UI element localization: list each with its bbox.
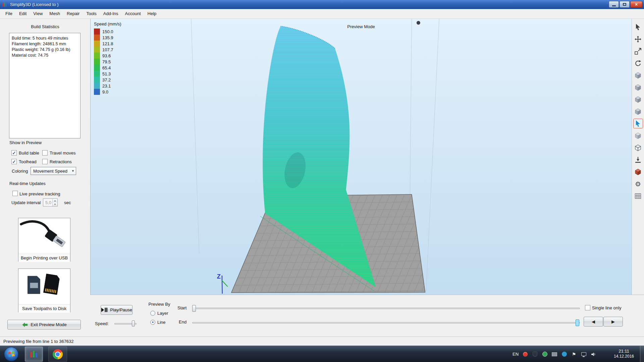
toolhead-checkbox[interactable]: ✓: [11, 159, 17, 164]
wireframe-cube-icon[interactable]: [633, 143, 643, 153]
menu-tools[interactable]: Tools: [83, 9, 100, 18]
chevron-down-icon: ▼: [71, 169, 74, 173]
coloring-value: Movement Speed: [33, 169, 67, 174]
tray-app-blue-icon[interactable]: [561, 351, 567, 357]
step-backward-button[interactable]: ◀: [584, 317, 603, 326]
maximize-button[interactable]: [620, 1, 630, 8]
windows-logo-icon: [7, 350, 15, 358]
build-table-checkbox[interactable]: ✓: [11, 150, 17, 156]
coloring-dropdown[interactable]: Movement Speed ▼: [31, 167, 76, 175]
spinner-down-icon[interactable]: ▼: [53, 202, 57, 206]
toolhead-marker: [417, 21, 420, 25]
machine-control-panel-icon[interactable]: [633, 191, 643, 201]
tray-volume-icon[interactable]: [590, 351, 596, 357]
update-interval-unit: sec: [64, 200, 71, 205]
view-cube-icon[interactable]: [633, 95, 643, 104]
travel-moves-checkbox[interactable]: [42, 150, 48, 156]
legend-entry: 37.2: [94, 77, 121, 83]
menu-account[interactable]: Account: [122, 9, 144, 18]
tray-antivirus-icon[interactable]: [522, 351, 528, 357]
scale-tool-icon[interactable]: [633, 46, 643, 56]
legend-entry: 23.1: [94, 83, 121, 89]
speed-slider-handle[interactable]: [132, 320, 135, 326]
menu-addins[interactable]: Add-Ins: [100, 9, 122, 18]
start-slider-track[interactable]: [192, 308, 580, 309]
start-label: Start: [177, 305, 186, 310]
single-line-only-label: Single line only: [592, 305, 621, 310]
preview-pointer-tool-icon[interactable]: [633, 119, 643, 128]
update-interval-spinner[interactable]: 5,0 ▲▼: [43, 198, 58, 206]
legend-value: 150.0: [102, 29, 113, 34]
tray-display-icon[interactable]: [581, 351, 587, 357]
move-tool-icon[interactable]: [633, 34, 643, 44]
menu-view[interactable]: View: [30, 9, 46, 18]
begin-printing-usb-button[interactable]: Begin Printing over USB: [18, 218, 70, 262]
speed-label: Speed:: [95, 321, 109, 326]
status-text: Previewing file from line 1 to 367632: [3, 339, 74, 344]
coloring-label: Coloring: [12, 169, 28, 174]
taskbar-chrome-button[interactable]: [48, 347, 67, 362]
legend-value: 107.7: [102, 47, 113, 52]
menu-file[interactable]: File: [2, 9, 16, 18]
menu-help[interactable]: Help: [144, 9, 160, 18]
3d-viewport[interactable]: Z Preview Mode Speed (mm/s) 150.0 135.9 …: [90, 19, 632, 295]
menu-mesh[interactable]: Mesh: [46, 9, 63, 18]
place-on-bed-icon[interactable]: [633, 155, 643, 165]
save-toolpaths-button[interactable]: Save Toolpaths to Disk: [18, 268, 70, 312]
start-slider-handle[interactable]: [192, 305, 196, 312]
simplify3d-icon: [29, 350, 39, 359]
tray-shield-icon[interactable]: [532, 351, 538, 357]
settings-gear-icon[interactable]: ⚙: [633, 179, 643, 189]
legend-swatch: [94, 83, 100, 89]
tray-flag-icon[interactable]: ⚑: [571, 351, 577, 357]
minimize-button[interactable]: [609, 1, 619, 8]
build-table-label: Build table: [19, 150, 39, 156]
exit-preview-mode-button[interactable]: Exit Preview Mode: [7, 320, 81, 329]
preview-by-title: Preview By: [144, 302, 175, 307]
menu-bar: File Edit View Mesh Repair Tools Add-Ins…: [0, 9, 644, 19]
end-label: End: [179, 319, 186, 324]
tray-screen-icon[interactable]: [551, 351, 557, 357]
retractions-checkbox[interactable]: [42, 159, 48, 164]
legend-value: 37.2: [102, 77, 111, 82]
spinner-up-icon[interactable]: ▲: [53, 199, 57, 202]
close-button[interactable]: ×: [630, 1, 642, 8]
taskbar-simplify3d-button[interactable]: [25, 347, 43, 362]
system-tray: EN ⚑: [513, 346, 596, 362]
language-indicator[interactable]: EN: [513, 352, 519, 357]
view-cube-icon[interactable]: [633, 82, 643, 92]
menu-edit[interactable]: Edit: [16, 9, 30, 18]
step-forward-button[interactable]: ▶: [603, 317, 623, 326]
preview-by-line-radio[interactable]: ●: [150, 320, 155, 325]
spinner-arrows[interactable]: ▲▼: [52, 199, 57, 206]
taskbar-clock[interactable]: 21:11 14.12.2016: [608, 346, 639, 362]
rotate-tool-icon[interactable]: [633, 58, 643, 68]
3d-scene[interactable]: Z: [91, 19, 632, 295]
build-statistics-box: Build time: 5 hours 49 minutes Filament …: [9, 33, 80, 138]
show-desktop-button[interactable]: [640, 346, 644, 362]
end-slider-track[interactable]: [192, 322, 580, 323]
live-preview-checkbox[interactable]: [12, 191, 18, 196]
legend-swatch: [94, 77, 100, 83]
preview-by-layer-label: Layer: [157, 311, 168, 316]
toolhead-label: Toolhead: [19, 159, 37, 164]
select-tool-icon[interactable]: [633, 22, 643, 32]
tray-globe-icon[interactable]: [542, 351, 548, 357]
play-pause-icon: [101, 307, 108, 312]
preview-by-layer-radio[interactable]: [150, 311, 155, 316]
view-cube-icon[interactable]: [633, 107, 643, 116]
legend-value: 23.1: [102, 83, 111, 88]
build-statistics-title: Build Statistics: [0, 24, 90, 29]
legend-swatch: [94, 65, 100, 71]
legend-title: Speed (mm/s): [94, 21, 121, 26]
start-button[interactable]: [4, 347, 18, 361]
legend-swatch: [94, 35, 100, 41]
single-line-only-checkbox[interactable]: [585, 305, 590, 310]
end-slider-handle[interactable]: [576, 319, 579, 326]
view-cube-icon[interactable]: [633, 70, 643, 80]
cross-section-cube-icon[interactable]: [633, 167, 643, 177]
legend-entry: 65.4: [94, 65, 121, 71]
menu-repair[interactable]: Repair: [63, 9, 83, 18]
toolhead-cube-icon[interactable]: [633, 131, 643, 140]
play-pause-button[interactable]: Play/Pause: [101, 305, 132, 315]
